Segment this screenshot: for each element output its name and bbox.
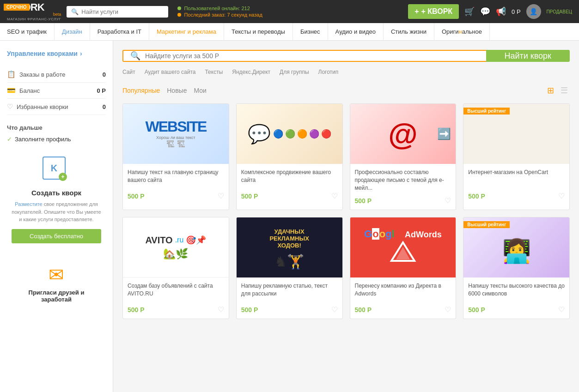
card-1[interactable]: WEBSITE Хорош ли ваш текст 🏗 🏗 Напишу те… [122,103,229,210]
card-7-image: Google AdWords [350,217,456,277]
quick-link-audit[interactable]: Аудит вашего сайта [145,69,196,75]
card-6[interactable]: УДАЧНЫХРЕКЛАМНЫХХОДОВ! ♞🏋 Напишу рекламн… [236,217,343,319]
add-icon: + [414,7,419,16]
seller-badge: ПРОДАВЕЦ [547,9,572,14]
card-4[interactable]: Высший рейтинг Интернет-магазин на OpenC… [463,103,570,210]
card-5[interactable]: AVITO .ru 🎯📌 🏡🌿 Создам базу объявлений с… [122,217,229,319]
card-2-favorite[interactable]: ♡ [331,192,338,200]
house-icons: 🏡🌿 [163,248,188,260]
razmesite-link[interactable]: Разместите [15,201,42,207]
order-dot [177,13,181,17]
header-search-input[interactable] [81,8,155,15]
card-5-favorite[interactable]: ♡ [218,305,224,314]
card-7-footer: 500 Р ♡ [355,305,451,314]
tab-mine[interactable]: Мои [194,84,211,96]
card-7-title: Перенесу компанию из Директа в Adwords [355,282,451,301]
cards-grid: WEBSITE Хорош ли ваш текст 🏗 🏗 Напишу те… [122,103,570,319]
card-4-title: Интернет-магазин на OpenCart [468,169,565,187]
quick-link-yandex[interactable]: Яндекс.Директ [232,69,270,75]
tab-new[interactable]: Новые [167,84,191,96]
card-2-image: 💬 🔵 🟢 🟠 🟣 🔴 [237,104,342,164]
sidebar-profile[interactable]: ✓ Заполните профиль [7,136,106,143]
card-3[interactable]: @ ➡️ Профессионально составлю продающее … [350,103,457,210]
card-7-body: Перенесу компанию из Директа в Adwords С… [350,277,456,319]
logo-beta: beta [53,12,61,17]
card-7[interactable]: Google AdWords Перенесу компанию из Дире… [350,217,457,319]
nav-seo[interactable]: SEO и трафик [7,23,55,41]
card-3-image: @ ➡️ [350,104,456,164]
card-5-price: 500 Р [128,306,145,314]
card-1-price: 500 Р [128,193,145,200]
card-7-price: 500 Р [355,306,372,314]
add-kwork-button[interactable]: + + КВОРК [408,4,459,19]
quick-link-logo[interactable]: Логотип [318,69,339,75]
top-rating-badge-8: Высший рейтинг [463,221,510,228]
website-text: WEBSITE [145,118,206,135]
nav-marketing[interactable]: Маркетинг и реклама [149,23,224,41]
notifications-icon[interactable]: 📢 [496,6,506,17]
tab-popular[interactable]: Популярные [122,84,165,96]
orders-icon: 📋 [7,70,16,78]
card-2-body: Комплексное продвижение вашего сайта 500… [237,164,342,205]
quick-link-site[interactable]: Сайт [122,69,135,75]
nav-audio[interactable]: Аудио и видео [328,23,384,41]
sidebar: Управление кворками › 📋 Заказы в работе … [0,41,113,392]
list-view-icon[interactable]: ☰ [559,85,570,96]
header-status: Пользователей онлайн: 212 Последний зака… [177,6,262,18]
card-5-title: Создам базу объявлений с сайта AVITO.RU [128,282,224,301]
card-7-favorite[interactable]: ♡ [445,305,451,314]
search-section: 🔍 Найти кворк [122,50,570,62]
search-icon-orange: 🔍 [130,51,140,61]
avito-dot: .ru [175,236,184,244]
card-5-body: Создам базу объявлений с сайта AVITO.RU … [123,277,229,319]
header-search-box: 🔍 [67,6,168,18]
card-6-body: Напишу рекламную статью, текст для рассы… [237,277,342,319]
logo-sub: МАГАЗИН ФРИЛАНС-УСЛУГ [7,18,61,21]
arrow-icon: ➡️ [437,127,451,140]
messages-icon[interactable]: 💬 [480,6,490,17]
card-6-favorite[interactable]: ♡ [331,305,338,314]
search-button[interactable]: Найти кворк [486,50,570,62]
header-right: + + КВОРК 🛒 💬 📢 0 Р 👤 ПРОДАВЕЦ [408,4,572,19]
avatar[interactable]: 👤 [526,4,541,19]
sidebar-manage[interactable]: Управление кворками › [7,50,106,57]
main-search-input[interactable] [145,52,479,60]
main-layout: Управление кворками › 📋 Заказы в работе … [0,41,579,392]
sidebar-item-favorites[interactable]: ♡ Избранные кворки 0 [7,99,106,115]
bubble-icon: 💬 [248,123,271,145]
quick-link-texts[interactable]: Тексты [205,69,223,75]
card-3-favorite[interactable]: ♡ [445,196,451,205]
create-free-button[interactable]: Создать бесплатно [12,229,101,243]
card-3-price: 500 Р [355,197,372,205]
status-online: Пользователей онлайн: 212 [177,6,262,11]
quick-link-group[interactable]: Для группы [280,69,309,75]
card-8-favorite[interactable]: ♡ [558,305,565,314]
invite-block: ✉ Пригласи друзей и заработай [7,259,106,308]
top-rating-badge: Высший рейтинг [463,108,510,115]
card-1-footer: 500 Р ♡ [128,192,224,200]
search-icon: 🔍 [71,8,79,15]
create-icon-container: K + [43,157,70,184]
sidebar-item-orders[interactable]: 📋 Заказы в работе 0 [7,66,106,83]
nav-business[interactable]: Бизнес [293,23,328,41]
card-2[interactable]: 💬 🔵 🟢 🟠 🟣 🔴 Комплексное продвижение ваше… [236,103,343,210]
crane-icons: 🏗 🏗 [145,140,206,150]
kwork-letter-icon: K [51,163,57,174]
card-8[interactable]: Высший рейтинг 👩‍💻 Напишу тексты высоког… [463,217,570,319]
sidebar-item-balance[interactable]: 💳 Баланс 0 Р [7,83,106,99]
card-1-image: WEBSITE Хорош ли ваш текст 🏗 🏗 [123,104,229,164]
nav-design[interactable]: Дизайн [55,23,90,41]
cart-icon[interactable]: 🛒 [464,6,475,17]
card-4-favorite[interactable]: ♡ [558,192,565,200]
invite-title: Пригласи друзей и заработай [12,289,101,303]
nav-lifestyle[interactable]: Стиль жизни [384,23,434,41]
card-4-price: 500 Р [468,193,485,200]
card-4-footer: 500 Р ♡ [468,192,565,200]
nav-original[interactable]: Оригинальное [434,23,490,41]
grid-view-icon[interactable]: ⊞ [545,85,556,96]
card-1-favorite[interactable]: ♡ [218,192,224,200]
nav-dev[interactable]: Разработка и IT [90,23,149,41]
card-3-footer: 500 Р ♡ [355,196,451,205]
opencart-grid [511,104,522,164]
nav-texts[interactable]: Тексты и переводы [224,23,293,41]
